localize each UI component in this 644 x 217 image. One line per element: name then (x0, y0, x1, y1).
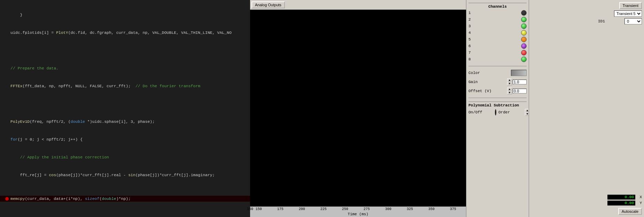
offset-input[interactable] (513, 89, 527, 93)
channel-row-4: 4 (468, 30, 527, 36)
x-label-375: 375 (450, 207, 456, 211)
channel-led-6[interactable] (521, 43, 527, 49)
gain-input[interactable] (513, 80, 527, 84)
code-line: // Apply the initial phase correction (0, 154, 250, 160)
channel-row-6: 6 (468, 43, 527, 49)
x-label-225: 225 (320, 207, 327, 211)
code-line: FFTEx(fft_data, np, npfft, NULL, FALSE, … (0, 83, 250, 89)
channel-led-4[interactable] (521, 30, 527, 36)
controls-panel: Channels 1 2 3 4 5 6 (466, 0, 529, 217)
channel-num-8: 8 (468, 57, 475, 61)
analog-outputs-button[interactable]: Analog Outputs (251, 1, 285, 8)
x-axis-title: Time (ms) (348, 212, 368, 216)
poly-row: On/Off Order ▲ ▼ (468, 109, 527, 116)
color-row: Color (468, 69, 527, 77)
gain-spinner: ▲ ▼ (507, 78, 527, 85)
color-swatch[interactable] (511, 70, 527, 76)
channel-led-2[interactable] (521, 17, 527, 22)
offset-spinner: ▲ ▼ (507, 88, 527, 95)
code-line: } (0, 12, 250, 18)
spacer (531, 26, 642, 195)
x-label-150: 150 (256, 207, 262, 211)
gain-increment[interactable]: ▲ (507, 78, 512, 82)
channel-num-1: 1 (468, 11, 475, 15)
channel-row-5: 5 (468, 37, 527, 42)
code-line: PolyEv1D(freq, npfft/2, (double *)uidc.s… (0, 119, 250, 125)
channel-led-5[interactable] (521, 37, 527, 42)
extra-panel: Transient Transient 1 Transient 2 Transi… (529, 0, 644, 217)
y-readout-row: 0.00 Y (531, 201, 642, 205)
code-line (0, 47, 250, 53)
channel-row-3: 3 (468, 23, 527, 29)
channel-led-8[interactable] (521, 57, 527, 62)
channel-row-2: 2 (468, 17, 527, 22)
chart-toolbar: Analog Outputs (250, 0, 466, 10)
x-label-275: 275 (364, 207, 370, 211)
offset-row: Offset (V) ▲ ▼ (468, 87, 527, 95)
code-line: // Prepare the data. (0, 65, 250, 71)
code-content[interactable]: } uidc.fplotids[i] = PlotY(dc.fid, dc.fg… (0, 0, 250, 217)
gain-spinner-btns: ▲ ▼ (507, 78, 512, 85)
id-select[interactable]: 0 1 2 3 4 (624, 18, 642, 24)
transient-row: Transient (531, 2, 642, 9)
x-axis-label: X (637, 195, 642, 199)
channel-num-5: 5 (468, 37, 475, 42)
x-label-300: 300 (385, 207, 391, 211)
transient-select[interactable]: Transient 1 Transient 2 Transient 3 Tran… (614, 10, 642, 17)
channel-led-7[interactable] (521, 50, 527, 55)
id-row: ID1 0 1 2 3 4 (531, 18, 642, 24)
section-divider-2 (468, 98, 527, 98)
section-divider (468, 66, 527, 66)
chart-area[interactable] (250, 10, 466, 207)
x-label-175: 175 (277, 207, 284, 211)
channels-title: Channels (468, 5, 527, 9)
code-line: uidc.fplotids[i] = PlotY(dc.fid, dc.fgra… (0, 30, 250, 36)
channel-num-2: 2 (468, 17, 475, 22)
y-axis-label: Y (637, 201, 642, 205)
channel-row-1: 1 (468, 10, 527, 16)
order-label: Order (498, 110, 523, 114)
x-value-display: 0.00 (607, 195, 635, 200)
code-line (0, 214, 250, 217)
y-value-display: 0.00 (607, 201, 635, 205)
channel-num-4: 4 (468, 31, 475, 35)
onoff-label: On/Off (468, 110, 493, 114)
poly-sub-section: Polynomial Subtraction On/Off Order ▲ ▼ (468, 102, 527, 116)
poly-sub-label: Polynomial Subtraction (468, 103, 527, 107)
gain-row: Gain ▲ ▼ (468, 78, 527, 86)
channel-num-3: 3 (468, 24, 475, 28)
offset-spinner-btns: ▲ ▼ (507, 88, 512, 95)
gutter (0, 197, 10, 201)
x-label-200: 200 (299, 207, 305, 211)
transient-select-row: Transient 1 Transient 2 Transient 3 Tran… (531, 10, 642, 17)
x-label-150: 150 (247, 207, 253, 211)
transient-button[interactable]: Transient (619, 2, 642, 9)
code-line-breakpoint: memcpy(curr_data, data+(i*np), sizeof(do… (0, 196, 250, 202)
gain-label: Gain (468, 80, 493, 84)
autoscale-button[interactable]: Autoscale (618, 208, 642, 215)
chart-panel: Analog Outputs 150 150 175 200 225 250 2… (250, 0, 466, 217)
channel-row-8: 8 (468, 57, 527, 62)
x-label-325: 325 (407, 207, 413, 211)
channel-num-7: 7 (468, 51, 475, 55)
chart-xaxis: 150 150 175 200 225 250 275 300 325 350 … (250, 207, 466, 217)
code-line (0, 101, 250, 107)
channel-num-6: 6 (468, 44, 475, 48)
color-label: Color (468, 71, 493, 75)
breakpoint-indicator (5, 197, 9, 201)
channel-led-1[interactable] (521, 10, 527, 16)
code-line: fft_re[j] = cos(phase[j])*curr_fft[j].re… (0, 172, 250, 178)
x-label-350: 350 (428, 207, 435, 211)
channels-section: Channels 1 2 3 4 5 6 (468, 3, 527, 63)
x-label-250: 250 (342, 207, 348, 211)
id-label: ID1 (598, 19, 622, 23)
poly-toggle[interactable] (495, 109, 496, 115)
offset-decrement[interactable]: ▼ (507, 91, 512, 95)
offset-increment[interactable]: ▲ (507, 88, 512, 91)
x-readout-row: 0.00 X (531, 195, 642, 200)
channel-led-3[interactable] (521, 23, 527, 29)
code-line: for(j = 0; j < npfft/2; j++) { (0, 136, 250, 142)
offset-label: Offset (V) (468, 89, 493, 93)
code-panel: } uidc.fplotids[i] = PlotY(dc.fid, dc.fg… (0, 0, 250, 217)
gain-decrement[interactable]: ▼ (507, 82, 512, 85)
